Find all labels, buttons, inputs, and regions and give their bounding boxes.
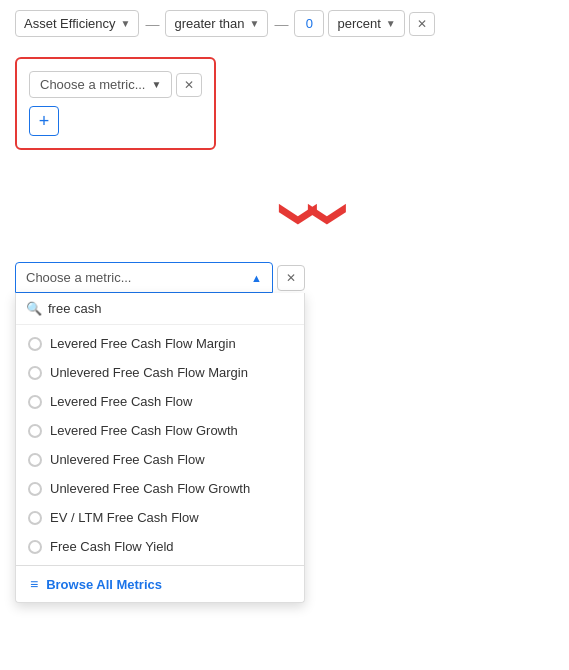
metric-item-label: Levered Free Cash Flow Margin <box>50 336 236 351</box>
first-metric-box: Choose a metric... ▼ ✕ + <box>15 57 216 150</box>
metric-radio <box>28 366 42 380</box>
unit-chevron: ▼ <box>386 18 396 29</box>
chevron-line-2: ❯ <box>286 198 315 230</box>
filter-value[interactable]: 0 <box>294 10 324 37</box>
metric-search-input[interactable] <box>48 301 294 316</box>
first-metric-placeholder: Choose a metric... <box>40 77 146 92</box>
metric-dropdown-panel: 🔍 Levered Free Cash Flow MarginUnlevered… <box>15 293 305 603</box>
metric-list-item[interactable]: Levered Free Cash Flow Growth <box>16 416 304 445</box>
second-metric-dropdown[interactable]: Choose a metric... ▲ <box>15 262 273 293</box>
second-metric-placeholder: Choose a metric... <box>26 270 132 285</box>
browse-all-label: Browse All Metrics <box>46 577 162 592</box>
metric-radio <box>28 540 42 554</box>
metric-item-label: Levered Free Cash Flow Growth <box>50 423 238 438</box>
second-metric-chevron: ▲ <box>251 272 262 284</box>
metric-label: Asset Efficiency <box>24 16 116 31</box>
metric-radio <box>28 424 42 438</box>
browse-all-button[interactable]: ≡ Browse All Metrics <box>16 565 304 602</box>
add-icon: + <box>39 111 50 132</box>
second-metric-header: Choose a metric... ▲ ✕ <box>15 262 305 293</box>
metric-item-label: Unlevered Free Cash Flow Growth <box>50 481 250 496</box>
filter-close-button[interactable]: ✕ <box>409 12 435 36</box>
metric-select[interactable]: Asset Efficiency ▼ <box>15 10 139 37</box>
unit-select[interactable]: percent ▼ <box>328 10 404 37</box>
metric-radio <box>28 482 42 496</box>
metric-chevron: ▼ <box>121 18 131 29</box>
condition-label: greater than <box>174 16 244 31</box>
second-metric-selector: Choose a metric... ▲ ✕ 🔍 Levered Free Ca… <box>15 262 305 603</box>
dash-2: — <box>272 16 290 32</box>
metric-list-item[interactable]: Free Cash Flow Yield <box>16 532 304 561</box>
add-metric-button[interactable]: + <box>29 106 59 136</box>
metric-item-label: EV / LTM Free Cash Flow <box>50 510 199 525</box>
browse-icon: ≡ <box>30 576 38 592</box>
metric-radio <box>28 511 42 525</box>
metric-item-label: Unlevered Free Cash Flow Margin <box>50 365 248 380</box>
metric-radio <box>28 395 42 409</box>
metric-list-item[interactable]: EV / LTM Free Cash Flow <box>16 503 304 532</box>
first-metric-selector: Choose a metric... ▼ ✕ <box>29 71 202 98</box>
search-wrapper: 🔍 <box>16 293 304 325</box>
condition-select[interactable]: greater than ▼ <box>165 10 268 37</box>
double-chevron-icon: ❯ ❯ <box>75 185 554 242</box>
metric-list-item[interactable]: Unlevered Free Cash Flow <box>16 445 304 474</box>
metric-list-item[interactable]: Levered Free Cash Flow <box>16 387 304 416</box>
metric-item-label: Free Cash Flow Yield <box>50 539 174 554</box>
filter-bar: Asset Efficiency ▼ — greater than ▼ — 0 … <box>15 10 554 37</box>
condition-chevron: ▼ <box>250 18 260 29</box>
metric-list-item[interactable]: Levered Free Cash Flow Margin <box>16 329 304 358</box>
second-metric-close-button[interactable]: ✕ <box>277 265 305 291</box>
first-metric-dropdown[interactable]: Choose a metric... ▼ <box>29 71 172 98</box>
metric-list-item[interactable]: Unlevered Free Cash Flow Margin <box>16 358 304 387</box>
metric-list: Levered Free Cash Flow MarginUnlevered F… <box>16 325 304 565</box>
first-metric-close-button[interactable]: ✕ <box>176 73 202 97</box>
search-icon: 🔍 <box>26 301 42 316</box>
unit-label: percent <box>337 16 380 31</box>
metric-list-item[interactable]: Unlevered Free Cash Flow Growth <box>16 474 304 503</box>
first-metric-chevron: ▼ <box>152 79 162 90</box>
dash-1: — <box>143 16 161 32</box>
second-metric-container: Choose a metric... ▲ ✕ 🔍 Levered Free Ca… <box>15 262 554 603</box>
metric-item-label: Levered Free Cash Flow <box>50 394 192 409</box>
metric-radio <box>28 337 42 351</box>
metric-item-label: Unlevered Free Cash Flow <box>50 452 205 467</box>
metric-radio <box>28 453 42 467</box>
